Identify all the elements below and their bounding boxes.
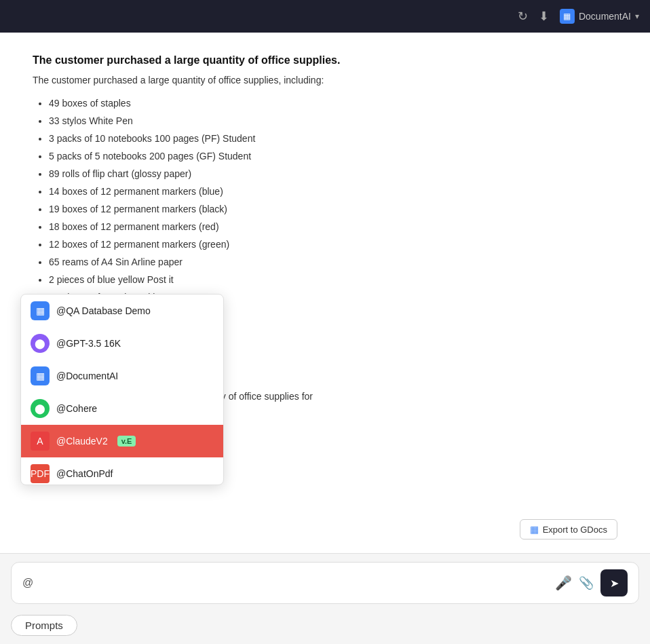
list-item: 12 boxes of 12 permanent markers (green) <box>49 238 617 252</box>
dropdown-item-qa[interactable]: ▦@QA Database Demo <box>21 295 223 327</box>
dropdown-item-gpt[interactable]: ⬤@GPT-3.5 16K <box>21 327 223 360</box>
main-content: The customer purchased a large quantity … <box>0 33 650 553</box>
dropdown-item-chatonpdf[interactable]: PDF@ChatOnPdf <box>21 457 223 485</box>
content-title: The customer purchased a large quantity … <box>33 54 617 67</box>
gpt-icon: ⬤ <box>31 334 50 353</box>
list-item: 89 rolls of flip chart (glossy paper) <box>49 167 617 181</box>
brand-area: ▦ DocumentAI ▾ <box>560 9 639 24</box>
qa-icon: ▦ <box>31 301 50 320</box>
send-icon: ➤ <box>610 577 619 590</box>
list-item: 5 packs of 5 notebooks 200 pages (GF) St… <box>49 149 617 164</box>
mic-icon: 🎤 <box>555 575 572 590</box>
input-actions: 🎤 📎 ➤ <box>555 569 628 596</box>
dropdown-item-cohere[interactable]: ⬤@Cohere <box>21 392 223 425</box>
brand-icon: ▦ <box>560 9 575 24</box>
topbar: ↻ ⬇ ▦ DocumentAI ▾ <box>0 0 650 33</box>
content-intro: The customer purchased a large quantity … <box>33 75 617 86</box>
brand-label: DocumentAI <box>579 11 631 22</box>
prompts-button[interactable]: Prompts <box>11 615 77 636</box>
claude-icon: A <box>31 432 50 451</box>
dropdown-item-label: @Cohere <box>56 403 97 414</box>
export-gdocs-button[interactable]: ▦ Export to GDocs <box>520 519 617 539</box>
at-symbol: @ <box>22 577 33 589</box>
chat-icon: PDF <box>31 464 50 483</box>
list-item: 14 boxes of 12 permanent markers (blue) <box>49 185 617 199</box>
doc-icon: ▦ <box>31 366 50 385</box>
mention-dropdown: ▦@QA Database Demo⬤@GPT-3.5 16K▦@Documen… <box>20 294 224 485</box>
dropdown-item-label: @QA Database Demo <box>56 305 151 316</box>
send-button[interactable]: ➤ <box>600 569 628 596</box>
dropdown-scroll[interactable]: ▦@QA Database Demo⬤@GPT-3.5 16K▦@Documen… <box>21 295 223 485</box>
mic-button[interactable]: 🎤 <box>555 575 572 591</box>
dropdown-item-label: @DocumentAI <box>56 371 118 381</box>
dropdown-item-label: @GPT-3.5 16K <box>56 338 121 349</box>
dropdown-item-label: @ClaudeV2 <box>56 436 108 447</box>
prompts-footer: Prompts <box>0 612 650 644</box>
list-item: 19 boxes of 12 permanent markers (black) <box>49 202 617 216</box>
list-item: 2 pieces of blue yellow Post it <box>49 273 617 287</box>
dropdown-item-label: @ChatOnPdf <box>56 468 113 479</box>
input-area: @ 🎤 📎 ➤ <box>0 553 650 612</box>
list-item: 33 stylos White Pen <box>49 114 617 128</box>
dropdown-item-badge: v.E <box>117 436 136 447</box>
cohere-icon: ⬤ <box>31 399 50 418</box>
attach-button[interactable]: 📎 <box>579 575 594 590</box>
attach-icon: 📎 <box>579 576 594 590</box>
list-item: 65 reams of A4 Sin Arline paper <box>49 255 617 269</box>
export-label: Export to GDocs <box>543 525 607 535</box>
input-box: @ 🎤 📎 ➤ <box>11 562 639 604</box>
download-icon[interactable]: ⬇ <box>539 9 549 24</box>
list-item: 49 boxes of staples <box>49 96 617 111</box>
list-item: 18 boxes of 12 permanent markers (red) <box>49 220 617 234</box>
dropdown-item-documentai[interactable]: ▦@DocumentAI <box>21 360 223 392</box>
list-item: 3 packs of 10 notebooks 100 pages (PF) S… <box>49 132 617 146</box>
refresh-icon[interactable]: ↻ <box>518 9 528 24</box>
brand-chevron-icon[interactable]: ▾ <box>635 12 639 21</box>
dropdown-item-claude[interactable]: A@ClaudeV2v.E <box>21 425 223 457</box>
gdocs-icon: ▦ <box>530 524 539 535</box>
